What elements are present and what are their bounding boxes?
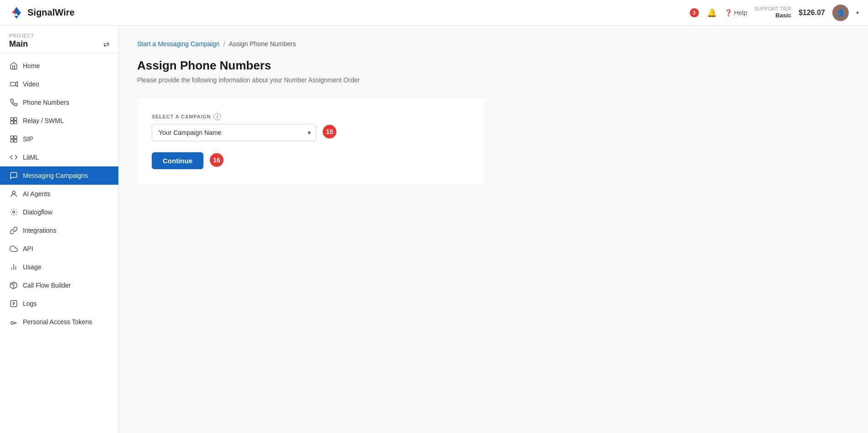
sidebar-item-logs[interactable]: Logs [0,294,118,313]
svg-rect-7 [11,121,13,124]
sidebar-label-sip: SIP [23,135,33,143]
video-icon [9,80,18,89]
integrations-icon [9,226,18,235]
svg-line-15 [12,283,16,284]
sidebar-item-integrations[interactable]: Integrations [0,221,118,240]
sidebar-item-phone-numbers[interactable]: Phone Numbers [0,93,118,112]
sidebar-item-dialogflow[interactable]: Dialogflow [0,203,118,221]
avatar-initials: 👤 [837,9,845,16]
notification-count: 3 [690,8,699,17]
sip-icon [9,134,18,144]
home-icon [9,61,18,70]
relay-swml-icon [9,116,18,125]
sidebar-label-personal-access-tokens: Personal Access Tokens [23,318,92,326]
form-section: SELECT A CAMPAIGN i Your Campaign Name ▾… [137,98,485,184]
sidebar-label-home: Home [23,62,40,69]
header-right: 3 🔔 ❓ Help SUPPORT TIER Basic $126.07 👤 … [690,5,859,21]
svg-rect-11 [11,139,13,142]
project-name-row: Main ⇄ [9,39,109,49]
page-subtitle: Please provide the following information… [137,76,850,84]
messaging-campaigns-icon [9,171,18,180]
sidebar-item-usage[interactable]: Usage [0,258,118,276]
sidebar-item-ai-agents[interactable]: AI Agents [0,185,118,203]
svg-point-14 [13,211,15,214]
help-icon: ❓ [724,9,732,16]
sidebar-item-laml[interactable]: LāML [0,148,118,166]
continue-row: Continue 16 [152,152,470,169]
phone-numbers-icon [9,98,18,107]
main-content: Start a Messaging Campaign / Assign Phon… [119,26,868,433]
svg-rect-3 [11,82,16,86]
info-icon[interactable]: i [213,113,221,120]
svg-rect-10 [14,136,17,139]
sidebar-item-sip[interactable]: SIP [0,130,118,148]
campaign-select-wrapper: Your Campaign Name ▾ [152,124,316,141]
account-balance: $126.07 [799,9,825,17]
breadcrumb: Start a Messaging Campaign / Assign Phon… [137,40,850,48]
continue-button[interactable]: Continue [152,152,203,169]
app-header: SignalWire 3 🔔 ❓ Help SUPPORT TIER Basic… [0,0,868,26]
sidebar-item-api[interactable]: API [0,240,118,258]
svg-rect-12 [14,139,17,142]
svg-rect-6 [14,118,17,120]
help-button[interactable]: ❓ Help [724,9,747,16]
project-label: Project [9,33,109,38]
sidebar-label-usage: Usage [23,263,41,271]
sidebar-item-video[interactable]: Video [0,75,118,93]
logs-icon [9,299,18,308]
sidebar-label-video: Video [23,80,39,88]
campaign-field-label: SELECT A CAMPAIGN i [152,113,470,120]
dialogflow-icon [9,208,18,217]
api-icon [9,244,18,253]
logo-text: SignalWire [27,7,75,18]
sidebar-item-home[interactable]: Home [0,57,118,75]
help-label: Help [734,9,747,16]
support-tier-value: Basic [754,12,791,20]
sidebar: Project Main ⇄ HomeVideoPhone NumbersRel… [0,26,119,433]
account-chevron-icon[interactable]: ▾ [856,10,859,16]
sidebar-label-laml: LāML [23,154,39,161]
sidebar-label-api: API [23,245,33,252]
usage-icon [9,262,18,272]
svg-rect-9 [11,136,13,139]
sidebar-label-logs: Logs [23,300,37,307]
sidebar-item-call-flow-builder[interactable]: Call Flow Builder [0,276,118,294]
call-flow-builder-icon [9,281,18,290]
svg-marker-1 [14,7,21,16]
campaign-select[interactable]: Your Campaign Name [152,124,316,141]
select-row: Your Campaign Name ▾ 15 [152,124,470,141]
bell-icon[interactable]: 🔔 [706,7,717,18]
sidebar-label-relay-swml: Relay / SWML [23,117,64,124]
svg-marker-4 [16,82,18,87]
switch-project-icon[interactable]: ⇄ [103,40,109,48]
sidebar-item-relay-swml[interactable]: Relay / SWML [0,112,118,130]
personal-access-tokens-icon [9,317,18,326]
svg-rect-5 [11,118,13,120]
campaign-label-text: SELECT A CAMPAIGN [152,114,211,119]
breadcrumb-current: Assign Phone Numbers [229,40,296,48]
sidebar-label-messaging-campaigns: Messaging Campaigns [23,172,88,179]
page-title: Assign Phone Numbers [137,59,850,73]
nav-items: HomeVideoPhone NumbersRelay / SWMLSIPLāM… [0,53,118,433]
project-header: Project Main ⇄ [0,26,118,53]
sidebar-item-personal-access-tokens[interactable]: Personal Access Tokens [0,313,118,331]
logo: SignalWire [9,5,75,20]
step-badge-continue: 16 [210,153,224,167]
svg-marker-2 [14,16,19,18]
sidebar-label-call-flow-builder: Call Flow Builder [23,282,71,289]
laml-icon [9,153,18,162]
sidebar-label-dialogflow: Dialogflow [23,208,53,216]
project-name: Main [9,39,28,49]
notification-badge[interactable]: 3 [690,8,699,17]
svg-point-13 [12,191,15,194]
support-tier-label: SUPPORT TIER [754,5,791,12]
sidebar-item-messaging-campaigns[interactable]: Messaging Campaigns [0,166,118,185]
avatar[interactable]: 👤 [832,5,849,21]
step-badge-select: 15 [323,125,336,139]
ai-agents-icon [9,189,18,198]
breadcrumb-separator: / [224,40,225,48]
svg-point-22 [11,321,14,324]
sidebar-label-phone-numbers: Phone Numbers [23,99,69,106]
breadcrumb-link[interactable]: Start a Messaging Campaign [137,40,220,48]
sidebar-label-ai-agents: AI Agents [23,190,50,198]
